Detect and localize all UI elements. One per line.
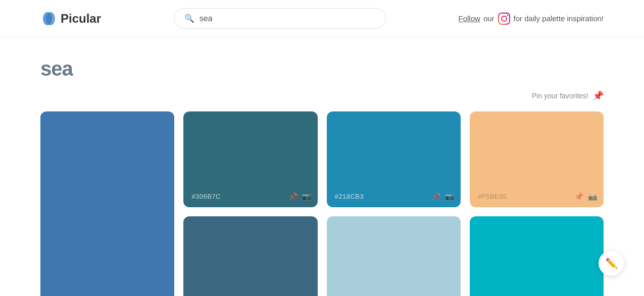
query-title: sea: [40, 57, 604, 80]
color-card[interactable]: #A8CEDB📌📷: [327, 216, 461, 296]
svg-point-1: [46, 12, 55, 25]
image-action-icon[interactable]: 📷: [445, 192, 455, 201]
color-hex-label: #306B7C: [191, 193, 221, 200]
logo-text: Picular: [61, 12, 101, 26]
svg-rect-2: [499, 13, 510, 24]
color-card-actions: 📌📷: [431, 192, 455, 201]
color-card[interactable]: #3F78AF📌📷: [40, 111, 174, 296]
pin-row: Pin your favorites! 📌: [40, 90, 604, 101]
main-content: sea Pin your favorites! 📌 #3F78AF📌📷#306B…: [0, 37, 644, 296]
color-card[interactable]: #306B7C📌📷: [183, 111, 317, 207]
pin-action-icon[interactable]: 📌: [431, 192, 441, 201]
pencil-icon: ✏️: [605, 257, 618, 269]
color-hex-label: #F5BE85: [478, 193, 507, 200]
color-hex-label: #218CB3: [335, 193, 364, 200]
pin-icon: 📌: [592, 90, 604, 101]
color-card[interactable]: #F5BE85📌📷: [470, 111, 604, 207]
pin-label: Pin your favorites!: [532, 92, 588, 100]
search-icon: 🔍: [184, 14, 194, 23]
pin-action-icon[interactable]: 📌: [288, 192, 298, 201]
color-grid: #3F78AF📌📷#306B7C📌📷#218CB3📌📷#F5BE85📌📷#3A6…: [40, 111, 604, 296]
instagram-icon[interactable]: [498, 12, 511, 25]
header: Picular 🔍 Follow our for daily palette i…: [0, 0, 644, 37]
color-card[interactable]: #00B4C4📌📷: [470, 216, 604, 296]
fab-pencil-button[interactable]: ✏️: [599, 251, 624, 276]
color-card-actions: 📌📷: [288, 192, 312, 201]
svg-point-4: [507, 15, 508, 16]
search-bar: 🔍: [174, 8, 386, 29]
color-card[interactable]: #218CB3📌📷: [327, 111, 461, 207]
inspiration-text: for daily palette inspiration!: [514, 14, 604, 23]
our-text: our: [483, 14, 494, 23]
svg-point-3: [502, 16, 507, 21]
search-input[interactable]: [200, 14, 375, 23]
pin-action-icon[interactable]: 📌: [574, 192, 584, 201]
color-card-actions: 📌📷: [574, 192, 598, 201]
image-action-icon[interactable]: 📷: [302, 192, 312, 201]
logo[interactable]: Picular: [40, 11, 101, 27]
color-card[interactable]: #3A6880📌📷: [183, 216, 317, 296]
image-action-icon[interactable]: 📷: [588, 192, 598, 201]
follow-link[interactable]: Follow: [459, 14, 480, 23]
logo-icon: [40, 11, 57, 27]
header-follow: Follow our for daily palette inspiration…: [459, 12, 604, 25]
